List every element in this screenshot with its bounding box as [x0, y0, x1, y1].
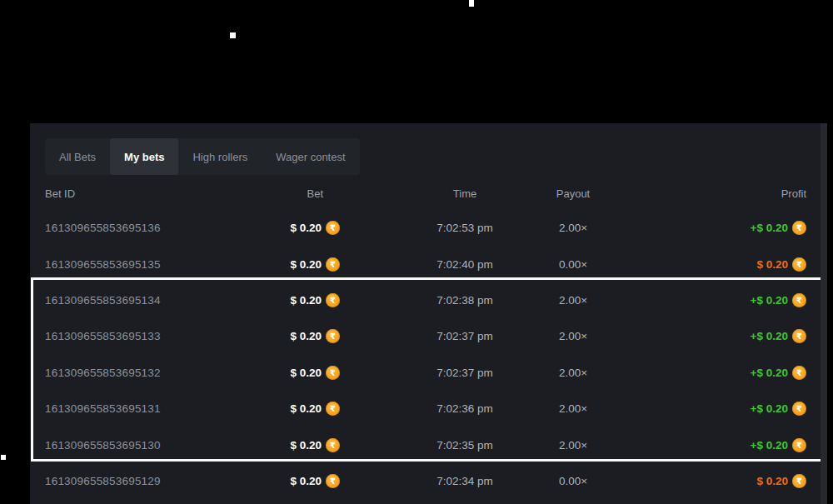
time-cell: 7:02:38 pm	[394, 294, 536, 307]
header-time: Time	[394, 187, 536, 200]
header-bet: Bet	[280, 187, 394, 200]
table-row[interactable]: 161309655853695130 $ 0.20 ₹ 7:02:35 pm 2…	[45, 427, 806, 462]
payout-cell: 2.00×	[536, 439, 611, 452]
bet-amount-cell: $ 0.20 ₹	[280, 366, 394, 380]
bet-id-cell: 161309655853695133	[45, 330, 280, 342]
rupee-coin-icon: ₹	[326, 221, 340, 235]
rupee-coin-icon: ₹	[792, 438, 806, 452]
rupee-coin-icon: ₹	[326, 257, 340, 272]
bet-amount-cell: $ 0.20 ₹	[280, 474, 394, 488]
profit-amount: +$ 0.20	[751, 439, 788, 452]
profit-amount: $ 0.20	[756, 475, 788, 487]
profit-cell: +$ 0.20 ₹	[611, 402, 806, 416]
profit-amount: $ 0.20	[756, 258, 788, 271]
bet-id-cell: 161309655853695131	[45, 402, 280, 415]
bet-id-cell: 161309655853695135	[45, 258, 280, 271]
bet-amount-cell: $ 0.20 ₹	[280, 438, 394, 452]
profit-amount: +$ 0.20	[751, 367, 788, 379]
rupee-coin-icon: ₹	[326, 293, 340, 307]
bet-amount: $ 0.20	[290, 294, 322, 307]
time-cell: 7:02:36 pm	[394, 402, 536, 415]
profit-amount: +$ 0.20	[751, 330, 788, 342]
bet-amount: $ 0.20	[290, 475, 322, 487]
rupee-coin-icon: ₹	[792, 474, 806, 488]
time-cell: 7:02:37 pm	[394, 367, 536, 379]
artifact-dot-top	[469, 0, 474, 7]
payout-cell: 2.00×	[536, 330, 611, 342]
bet-amount-cell: $ 0.20 ₹	[280, 402, 394, 416]
tab-all-bets[interactable]: All Bets	[45, 138, 110, 175]
table-header-row: Bet ID Bet Time Payout Profit	[45, 187, 806, 200]
artifact-dot-left-edge	[1, 455, 6, 460]
bet-amount: $ 0.20	[290, 222, 322, 234]
bet-id-cell: 161309655853695132	[45, 367, 280, 379]
bet-id-cell: 161309655853695130	[45, 439, 280, 452]
table-row[interactable]: 161309655853695129 $ 0.20 ₹ 7:02:34 pm 0…	[45, 463, 806, 499]
bet-amount: $ 0.20	[290, 367, 322, 379]
profit-cell: +$ 0.20 ₹	[611, 438, 806, 452]
rupee-coin-icon: ₹	[792, 402, 806, 416]
profit-amount: +$ 0.20	[751, 222, 788, 234]
table-row[interactable]: 161309655853695133 $ 0.20 ₹ 7:02:37 pm 2…	[45, 318, 806, 354]
table-row[interactable]: 161309655853695134 $ 0.20 ₹ 7:02:38 pm 2…	[45, 282, 806, 318]
payout-cell: 2.00×	[536, 294, 611, 307]
profit-cell: +$ 0.20 ₹	[611, 293, 806, 307]
bet-amount: $ 0.20	[290, 258, 322, 271]
rupee-coin-icon: ₹	[326, 402, 340, 416]
tab-my-bets[interactable]: My bets	[110, 138, 178, 175]
profit-cell: $ 0.20 ₹	[611, 257, 806, 272]
time-cell: 7:02:34 pm	[394, 475, 536, 487]
panel-right-strip	[821, 123, 827, 504]
payout-cell: 2.00×	[536, 402, 611, 415]
bet-amount: $ 0.20	[290, 330, 322, 342]
table-body: 161309655853695136 $ 0.20 ₹ 7:02:53 pm 2…	[45, 210, 806, 499]
payout-cell: 2.00×	[536, 367, 611, 379]
header-payout: Payout	[536, 187, 611, 200]
payout-cell: 2.00×	[536, 222, 611, 234]
bet-amount-cell: $ 0.20 ₹	[280, 257, 394, 272]
time-cell: 7:02:53 pm	[394, 222, 536, 234]
profit-amount: +$ 0.20	[751, 294, 788, 307]
rupee-coin-icon: ₹	[792, 293, 806, 307]
header-profit: Profit	[611, 187, 806, 200]
rupee-coin-icon: ₹	[792, 366, 806, 380]
table-row[interactable]: 161309655853695132 $ 0.20 ₹ 7:02:37 pm 2…	[45, 355, 806, 391]
rupee-coin-icon: ₹	[792, 257, 806, 272]
time-cell: 7:02:35 pm	[394, 439, 536, 452]
bet-amount: $ 0.20	[290, 402, 322, 415]
table-row[interactable]: 161309655853695135 $ 0.20 ₹ 7:02:40 pm 0…	[45, 246, 806, 282]
tab-high-rollers[interactable]: High rollers	[178, 138, 262, 175]
rupee-coin-icon: ₹	[792, 221, 806, 235]
profit-cell: $ 0.20 ₹	[611, 474, 806, 488]
rupee-coin-icon: ₹	[326, 474, 340, 488]
profit-cell: +$ 0.20 ₹	[611, 329, 806, 343]
time-cell: 7:02:40 pm	[394, 258, 536, 271]
rupee-coin-icon: ₹	[792, 329, 806, 343]
bet-amount-cell: $ 0.20 ₹	[280, 293, 394, 307]
artifact-dot-upper-left	[230, 32, 236, 38]
payout-cell: 0.00×	[536, 475, 611, 487]
tab-wager-contest[interactable]: Wager contest	[262, 138, 359, 175]
profit-cell: +$ 0.20 ₹	[611, 221, 806, 235]
bet-id-cell: 161309655853695134	[45, 294, 280, 307]
rupee-coin-icon: ₹	[326, 366, 340, 380]
bet-amount-cell: $ 0.20 ₹	[280, 329, 394, 343]
bets-tab-bar: All BetsMy betsHigh rollersWager contest	[45, 138, 360, 175]
table-row[interactable]: 161309655853695131 $ 0.20 ₹ 7:02:36 pm 2…	[45, 391, 806, 427]
bet-id-cell: 161309655853695129	[45, 475, 280, 487]
time-cell: 7:02:37 pm	[394, 330, 536, 342]
bet-amount: $ 0.20	[290, 439, 322, 452]
bet-id-cell: 161309655853695136	[45, 222, 280, 234]
table-row[interactable]: 161309655853695136 $ 0.20 ₹ 7:02:53 pm 2…	[45, 210, 806, 246]
bet-amount-cell: $ 0.20 ₹	[280, 221, 394, 235]
profit-amount: +$ 0.20	[751, 402, 788, 415]
profit-cell: +$ 0.20 ₹	[611, 366, 806, 380]
rupee-coin-icon: ₹	[326, 329, 340, 343]
rupee-coin-icon: ₹	[326, 438, 340, 452]
header-bet-id: Bet ID	[45, 187, 280, 200]
payout-cell: 0.00×	[536, 258, 611, 271]
bets-history-panel: All BetsMy betsHigh rollersWager contest…	[30, 123, 827, 504]
